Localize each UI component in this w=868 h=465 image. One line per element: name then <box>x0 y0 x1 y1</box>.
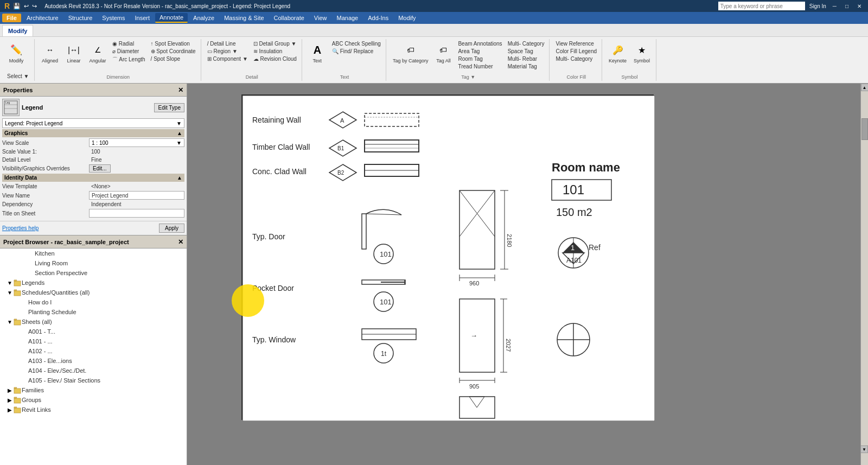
find-replace-btn[interactable]: 🔍 Find/ Replace <box>330 48 382 55</box>
properties-close[interactable]: ✕ <box>178 86 183 94</box>
menu-file[interactable]: File <box>2 14 21 22</box>
view-scale-combo[interactable]: 1 : 100 ▼ <box>89 138 184 147</box>
type-label: Legend <box>22 104 152 111</box>
check-spelling-btn[interactable]: ABC Check Spelling <box>330 40 382 47</box>
tree-item[interactable]: Section Perspective <box>0 268 187 278</box>
room-tag-btn[interactable]: Room Tag <box>456 55 503 62</box>
close-btn[interactable]: ✕ <box>855 3 864 9</box>
spot-elevation-btn[interactable]: ↑ Spot Elevation <box>149 40 197 47</box>
edit-type-btn[interactable]: Edit Type <box>154 103 184 112</box>
spot-slope-btn[interactable]: / Spot Slope <box>149 55 197 62</box>
tree-item[interactable]: A102 - ... <box>0 346 187 356</box>
tree-item[interactable]: ▼Sheets (all) <box>0 317 187 327</box>
view-name-input[interactable] <box>89 191 184 200</box>
identity-section[interactable]: Identity Data ▲ <box>2 174 184 182</box>
multi-category-btn[interactable]: Multi- Category <box>506 40 546 47</box>
minimize-btn[interactable]: ─ <box>831 3 839 9</box>
apply-btn[interactable]: Apply <box>159 224 184 233</box>
tree-item[interactable]: A001 - T... <box>0 327 187 336</box>
insulation-btn[interactable]: ≋ Insulation <box>252 48 298 55</box>
drawing-canvas[interactable]: Retaining Wall A Timber Clad Wall B1 Con… <box>241 94 654 420</box>
text-btn[interactable]: A Text <box>307 40 328 65</box>
symbol-btn[interactable]: ★ Symbol <box>631 40 653 65</box>
menu-modify[interactable]: Modify <box>394 14 420 22</box>
menu-structure[interactable]: Structure <box>64 14 97 22</box>
multi-category2-btn[interactable]: Multi- Category <box>554 55 598 62</box>
tag-by-category-btn[interactable]: 🏷 Tag by Category <box>391 40 431 65</box>
keynote-btn[interactable]: 🔑 Keynote <box>607 40 629 65</box>
detail-line-btn[interactable]: / Detail Line <box>206 40 250 47</box>
sign-in-link[interactable]: Sign In <box>809 3 826 9</box>
menu-massing[interactable]: Massing & Site <box>220 14 268 22</box>
tree-item[interactable]: Kitchen <box>0 249 187 258</box>
tag-all-btn[interactable]: 🏷 Tag All <box>432 40 454 65</box>
search-input[interactable] <box>718 2 805 10</box>
tree-item[interactable]: ▶Families <box>0 385 187 395</box>
maximize-btn[interactable]: □ <box>843 3 851 9</box>
quick-access-redo[interactable]: ↪ <box>32 3 37 10</box>
arc-length-btn[interactable]: ⌒ Arc Length <box>111 55 147 64</box>
tree-item[interactable]: ▼Legends <box>0 278 187 288</box>
menu-addins[interactable]: Add-Ins <box>363 14 393 22</box>
menu-view[interactable]: View <box>310 14 331 22</box>
diameter-btn[interactable]: ⌀ Diameter <box>111 48 147 55</box>
legend-selector[interactable]: Legend: Project Legend ▼ <box>2 118 184 128</box>
revision-cloud-btn[interactable]: ☁ Revision Cloud <box>252 55 298 62</box>
aligned-btn[interactable]: ↔ Aligned <box>39 40 61 65</box>
component-btn[interactable]: ⊞ Component ▼ <box>206 55 250 62</box>
color-fill-legend-btn[interactable]: Color Fill Legend <box>554 48 598 55</box>
region-btn[interactable]: ▭ Region ▼ <box>206 48 250 55</box>
space-tag-btn[interactable]: Space Tag <box>506 48 546 55</box>
tree-item[interactable]: A103 - Ele...ions <box>0 356 187 366</box>
menu-insert[interactable]: Insert <box>130 14 154 22</box>
scroll-down-btn[interactable]: ▼ <box>860 445 868 453</box>
graphics-section[interactable]: Graphics ▲ <box>2 129 184 137</box>
spot-coordinate-btn[interactable]: ⊕ Spot Coordinate <box>149 48 197 55</box>
material-tag-btn[interactable]: Material Tag <box>506 63 546 70</box>
tree-item[interactable]: ▶Revit Links <box>0 405 187 415</box>
canvas-area[interactable]: Retaining Wall A Timber Clad Wall B1 Con… <box>187 84 860 465</box>
radial-btn[interactable]: ◉ Radial <box>111 40 147 47</box>
beam-annotations-btn[interactable]: Beam Annotations <box>456 40 503 47</box>
view-reference-btn[interactable]: View Reference <box>554 40 598 47</box>
angular-btn[interactable]: ∠ Angular <box>87 40 108 65</box>
menu-collaborate[interactable]: Collaborate <box>270 14 309 22</box>
tread-number-btn[interactable]: Tread Number <box>456 63 503 70</box>
modify-btn[interactable]: ✏️ Modify <box>5 40 27 65</box>
title-on-sheet-input[interactable] <box>89 209 184 218</box>
right-scrollbar[interactable]: ▲ ▼ <box>860 84 868 465</box>
menu-analyze[interactable]: Analyze <box>189 14 219 22</box>
browser-body[interactable]: KitchenLiving RoomSection Perspective▼Le… <box>0 249 187 465</box>
tree-item[interactable]: ▼Schedules/Quantities (all) <box>0 288 187 297</box>
menu-architecture[interactable]: Architecture <box>22 14 63 22</box>
titlebar-left: R 💾 ↩ ↪ Autodesk Revit 2018.3 - Not For … <box>4 2 290 10</box>
area-tag-btn[interactable]: Area Tag <box>456 48 503 55</box>
linear-btn[interactable]: |↔| Linear <box>63 40 85 65</box>
browser-close[interactable]: ✕ <box>178 238 183 246</box>
multi-rebar-btn[interactable]: Multi- Rebar <box>506 55 546 62</box>
tree-item[interactable]: ▶Groups <box>0 395 187 405</box>
scroll-up-btn[interactable]: ▲ <box>861 84 869 91</box>
select-dropdown[interactable]: Select ▼ <box>5 73 30 80</box>
detail-group-btn[interactable]: ⊡ Detail Group ▼ <box>252 40 298 47</box>
scroll-thumb[interactable] <box>861 118 868 140</box>
tree-item-label: A103 - Ele...ions <box>28 358 72 364</box>
properties-help-link[interactable]: Properties help <box>2 225 39 231</box>
tab-modify[interactable]: Modify <box>2 25 33 36</box>
menu-manage[interactable]: Manage <box>332 14 362 22</box>
menu-systems[interactable]: Systems <box>98 14 129 22</box>
tree-item[interactable]: Living Room <box>0 258 187 268</box>
quick-access-save[interactable]: 💾 <box>13 3 21 10</box>
tree-item[interactable]: How do I <box>0 297 187 307</box>
menu-annotate[interactable]: Annotate <box>155 13 188 23</box>
file-icon <box>20 298 28 307</box>
folder-icon <box>13 288 22 297</box>
tree-item-label: Sheets (all) <box>22 319 52 325</box>
tree-item[interactable]: Planting Schedule <box>0 307 187 317</box>
view-template-row: View Template <None> <box>2 183 184 190</box>
tree-item[interactable]: A105 - Elev./ Stair Sections <box>0 375 187 385</box>
vis-graphics-btn[interactable]: Edit... <box>89 164 111 173</box>
tree-item[interactable]: A104 - Elev./Sec./Det. <box>0 366 187 375</box>
quick-access-undo[interactable]: ↩ <box>24 3 29 10</box>
tree-item[interactable]: A101 - ... <box>0 336 187 346</box>
